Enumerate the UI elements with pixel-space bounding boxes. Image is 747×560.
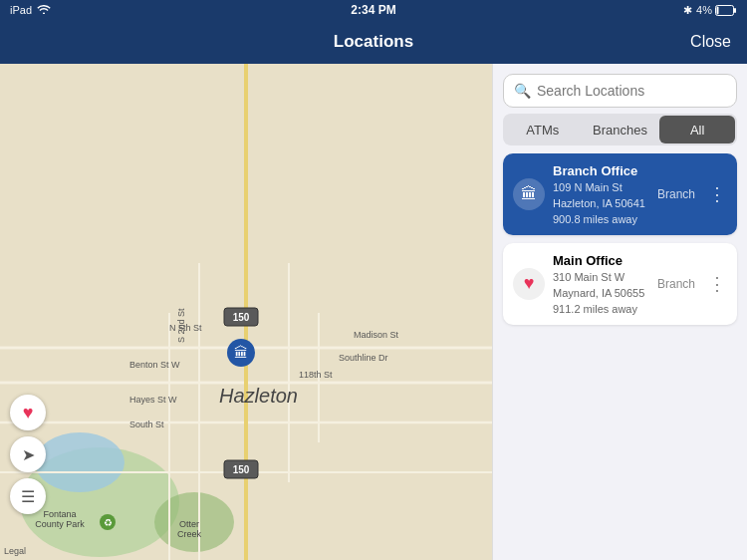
svg-text:Hazleton: Hazleton	[219, 385, 298, 407]
svg-text:Creek: Creek	[177, 529, 202, 539]
location-list: 🏛 Branch Office 109 N Main St Hazleton, …	[493, 153, 747, 560]
location-name: Main Office	[553, 253, 649, 268]
location-icon-branch-office: 🏛	[513, 178, 545, 210]
svg-text:Otter: Otter	[179, 519, 199, 529]
map-svg: 150 150 118th St Southline Dr Benton St …	[0, 64, 492, 560]
list-icon: ☰	[21, 487, 35, 506]
nav-bar: Locations Close	[0, 20, 747, 64]
svg-text:County Park: County Park	[35, 519, 85, 529]
svg-rect-1	[717, 7, 719, 15]
heart-icon: ♥	[23, 403, 34, 423]
svg-text:South St: South St	[129, 420, 164, 429]
svg-text:150: 150	[233, 464, 250, 475]
search-input[interactable]	[537, 83, 726, 99]
location-type-badge: Branch	[657, 187, 695, 201]
svg-text:118th St: 118th St	[299, 370, 333, 380]
tab-all[interactable]: All	[659, 116, 735, 143]
bank-icon: 🏛	[521, 185, 537, 203]
location-name: Branch Office	[553, 163, 649, 178]
favorites-button[interactable]: ♥	[10, 395, 46, 430]
location-distance: 911.2 miles away	[553, 303, 649, 315]
list-item[interactable]: ♥ Main Office 310 Main St W Maynard, IA …	[503, 243, 737, 325]
list-item[interactable]: 🏛 Branch Office 109 N Main St Hazleton, …	[503, 153, 737, 235]
map-legal-label: Legal	[4, 546, 26, 556]
svg-point-6	[35, 432, 124, 492]
more-options-button[interactable]: ⋮	[707, 273, 727, 295]
svg-text:150: 150	[233, 312, 250, 323]
page-title: Locations	[334, 32, 413, 52]
ipad-label: iPad	[10, 4, 32, 16]
location-button[interactable]: ➤	[10, 436, 46, 472]
bluetooth-icon: ✱	[683, 4, 692, 17]
location-info-branch-office: Branch Office 109 N Main St Hazleton, IA…	[553, 163, 649, 225]
heart-icon: ♥	[524, 273, 535, 294]
location-address-line2: Maynard, IA 50655	[553, 286, 649, 301]
list-view-button[interactable]: ☰	[10, 478, 46, 514]
svg-text:Benton St W: Benton St W	[129, 360, 180, 370]
status-bar: iPad 2:34 PM ✱ 4%	[0, 0, 747, 20]
location-icon-main-office: ♥	[513, 268, 545, 300]
battery-label: 4%	[696, 4, 737, 17]
filter-tabs: ATMs Branches All	[503, 114, 737, 145]
search-bar[interactable]: 🔍	[503, 74, 737, 108]
svg-text:Southline Dr: Southline Dr	[339, 353, 388, 363]
location-distance: 900.8 miles away	[553, 213, 649, 225]
map-area[interactable]: 150 150 118th St Southline Dr Benton St …	[0, 64, 492, 560]
svg-text:♻: ♻	[104, 517, 113, 528]
svg-text:🏛: 🏛	[234, 345, 248, 361]
more-options-button[interactable]: ⋮	[707, 183, 727, 205]
location-arrow-icon: ➤	[22, 445, 35, 464]
svg-text:S 2nd St: S 2nd St	[176, 308, 186, 343]
wifi-icon	[37, 4, 51, 16]
location-address-line1: 109 N Main St	[553, 180, 649, 195]
search-container: 🔍	[493, 64, 747, 114]
search-icon: 🔍	[514, 83, 531, 99]
tab-atms[interactable]: ATMs	[505, 116, 581, 143]
close-button[interactable]: Close	[690, 33, 731, 51]
location-address-line1: 310 Main St W	[553, 270, 649, 285]
right-panel: 🔍 ATMs Branches All 🏛 Branch Office 109 …	[492, 64, 747, 560]
time-display: 2:34 PM	[351, 3, 395, 17]
main-content: 150 150 118th St Southline Dr Benton St …	[0, 64, 747, 560]
svg-text:Madison St: Madison St	[354, 330, 399, 340]
location-type-badge: Branch	[657, 277, 695, 291]
svg-text:Fontana: Fontana	[43, 509, 76, 519]
tab-branches[interactable]: Branches	[583, 116, 658, 143]
location-info-main-office: Main Office 310 Main St W Maynard, IA 50…	[553, 253, 649, 315]
svg-text:Hayes St W: Hayes St W	[129, 395, 177, 405]
location-address-line2: Hazleton, IA 50641	[553, 196, 649, 211]
svg-rect-2	[734, 8, 736, 13]
